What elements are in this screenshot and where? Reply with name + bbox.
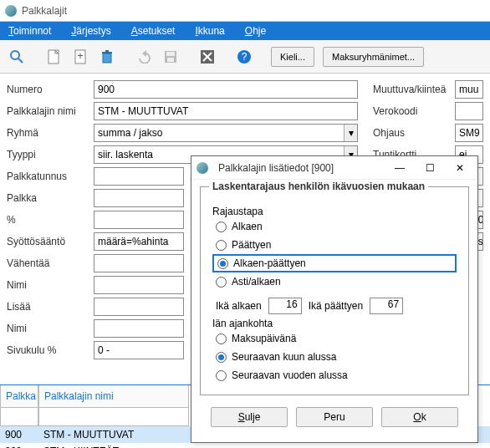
app-icon: [5, 5, 17, 17]
chevron-down-icon[interactable]: ▾: [344, 125, 357, 141]
cell-num: 900: [0, 429, 38, 440]
field-palkkatunnus[interactable]: [94, 167, 184, 186]
label-sivukulu: Sivukulu %: [7, 344, 94, 356]
svg-text:?: ?: [242, 51, 248, 63]
field-palkka[interactable]: [94, 189, 184, 207]
grid-filter-2[interactable]: [38, 408, 189, 426]
maksuryhmanimet-button[interactable]: Maksuryhmänimet...: [323, 47, 424, 67]
save-icon[interactable]: [159, 45, 182, 69]
label-palkkalajin-nimi: Palkkalajin nimi: [7, 105, 94, 117]
radio-seuraavan-kuun[interactable]: Seuraavan kuun alussa: [209, 348, 460, 366]
radio-seuraavan-vuoden[interactable]: Seuraavan vuoden alussa: [209, 366, 460, 384]
label-ika-paattyen: Ikä päättyen: [309, 300, 363, 312]
input-ika-paattyen[interactable]: 67: [370, 298, 403, 314]
close-icon[interactable]: ✕: [447, 159, 472, 177]
svg-text:+: +: [77, 50, 83, 62]
field-verokoodi[interactable]: [455, 102, 483, 120]
delete-icon[interactable]: [95, 45, 119, 69]
label-muuttuva: Muuttuva/kiinteä: [373, 84, 455, 95]
svg-rect-7: [102, 52, 112, 53]
field-ohjaus[interactable]: SM9: [455, 124, 483, 142]
table-row[interactable]: 902STM - KIINTEÄT: [0, 443, 490, 448]
radio-maksupaivana[interactable]: Maksupäivänä: [209, 329, 460, 348]
field-nimi1[interactable]: [94, 276, 184, 294]
svg-line-1: [18, 59, 23, 63]
field-muuttuva[interactable]: muu: [455, 80, 483, 99]
label-verokoodi: Verokoodi: [373, 105, 455, 117]
label-vahentaa: Vähentää: [7, 257, 94, 269]
label-percent: %: [7, 214, 94, 226]
radio-paattyen[interactable]: Päättyen: [209, 236, 460, 254]
field-vahentaa[interactable]: [94, 254, 184, 272]
label-palkkatunnus: Palkkatunnus: [7, 171, 94, 182]
svg-marker-9: [142, 50, 146, 57]
dialog-title: Palkkalajin lisätiedot [900]: [218, 162, 382, 174]
toolbar: + ? Kieli... Maksuryhmänimet...: [0, 40, 490, 74]
field-syottosaanto[interactable]: määrä=%ahinta: [94, 232, 184, 251]
ok-button[interactable]: Ok: [381, 407, 458, 427]
label-nimi2: Nimi: [7, 323, 94, 334]
radio-asti-alkaen[interactable]: Asti/alkaen: [209, 272, 460, 291]
app-icon: [197, 162, 208, 174]
label-nimi1: Nimi: [7, 279, 94, 291]
field-palkkalajin-nimi[interactable]: STM - MUUTTUVAT: [94, 102, 358, 120]
svg-point-0: [11, 51, 19, 59]
menu-ohje[interactable]: Ohje: [245, 25, 266, 37]
grid-filter-1[interactable]: [0, 408, 38, 426]
kieli-button[interactable]: Kieli...: [271, 47, 314, 67]
menu-jarjestys[interactable]: Järjestys: [71, 25, 110, 37]
peru-button[interactable]: Peru: [296, 407, 373, 427]
window-title: Palkkalajit: [22, 5, 67, 17]
field-numero[interactable]: 900: [94, 80, 358, 99]
field-ryhma[interactable]: summa / jakso▾: [94, 124, 358, 142]
label-ryhma: Ryhmä: [7, 127, 94, 139]
field-lisaa[interactable]: [94, 298, 184, 316]
field-nimi2[interactable]: [94, 319, 184, 338]
fieldset-legend: Laskentarajaus henkilön ikävuosien mukaa…: [209, 181, 428, 192]
menubar: Toiminnot Järjestys Asetukset Ikkuna Ohj…: [0, 22, 490, 40]
cell-name: STM - MUUTTUVAT: [38, 429, 189, 440]
close-x-icon[interactable]: [196, 45, 219, 69]
input-ika-alkaen[interactable]: 16: [268, 298, 302, 314]
label-tyyppi: Tyyppi: [7, 149, 94, 160]
svg-rect-11: [166, 52, 175, 56]
menu-ikkuna[interactable]: Ikkuna: [195, 25, 224, 37]
label-syottosaanto: Syöttösääntö: [7, 236, 94, 247]
search-icon[interactable]: [5, 45, 28, 69]
label-lisaa: Lisää: [7, 301, 94, 313]
add-doc-icon[interactable]: +: [69, 45, 92, 69]
label-ajankohta: Iän ajankohta: [209, 318, 460, 329]
maximize-icon[interactable]: ☐: [417, 159, 442, 177]
label-ohjaus: Ohjaus: [373, 127, 455, 139]
help-icon[interactable]: ?: [232, 45, 256, 69]
radio-alkaen-paattyen[interactable]: Alkaen-päättyen: [212, 254, 457, 272]
field-percent[interactable]: [94, 211, 184, 229]
dialog-lisatiedot: Palkkalajin lisätiedot [900] — ☐ ✕ Laske…: [191, 155, 478, 443]
menu-asetukset[interactable]: Asetukset: [131, 25, 176, 37]
label-rajaustapa: Rajaustapa: [209, 206, 460, 217]
field-sivukulu[interactable]: 0 -: [94, 341, 184, 359]
window-titlebar: Palkkalajit: [0, 0, 490, 22]
menu-toiminnot[interactable]: Toiminnot: [8, 25, 51, 37]
svg-rect-6: [103, 53, 111, 63]
sulje-button[interactable]: Sulje: [211, 407, 288, 427]
radio-alkaen[interactable]: Alkaen: [209, 217, 460, 236]
fieldset-laskentarajaus: Laskentarajaus henkilön ikävuosien mukaa…: [200, 186, 469, 395]
label-palkka: Palkka: [7, 192, 94, 204]
new-doc-icon[interactable]: [42, 45, 65, 69]
label-ika-alkaen: Ikä alkaen: [216, 300, 262, 312]
minimize-icon[interactable]: —: [387, 159, 412, 177]
label-numero: Numero: [7, 84, 94, 95]
svg-rect-12: [167, 58, 174, 62]
grid-col-palkka[interactable]: Palkka: [0, 385, 38, 408]
svg-rect-8: [105, 50, 109, 52]
grid-col-nimi[interactable]: Palkkalajin nimi: [38, 385, 189, 408]
undo-icon[interactable]: [132, 45, 156, 69]
